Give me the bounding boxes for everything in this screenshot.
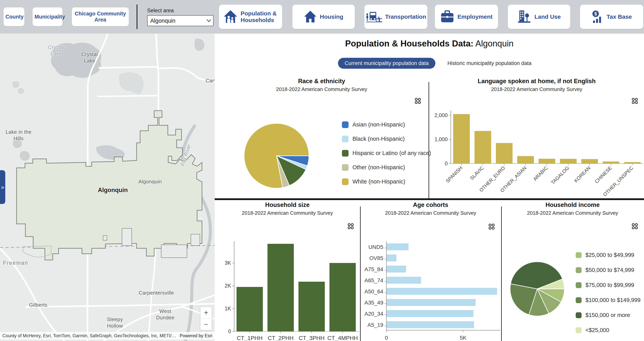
category-button-transportation[interactable]: Transportation [364, 5, 428, 29]
map-label-sleepy-hollow: Sleepy Hollow [100, 316, 130, 329]
bar-a5-19[interactable] [386, 321, 474, 328]
category-button-employment[interactable]: Employment [435, 5, 498, 29]
legend-item-150-000-or-more[interactable]: $150,000 or more [576, 308, 640, 323]
map-label-algonquin-area: Algonquin [98, 186, 128, 194]
category-button-tax-base[interactable]: $Tax Base [580, 5, 643, 29]
legend-item-25-000[interactable]: <$25,000 [576, 323, 640, 338]
chart-subtitle: 2018-2022 American Community Survey [429, 86, 644, 92]
race-pie-chart [243, 122, 310, 189]
bar-a65-74[interactable] [386, 277, 421, 284]
legend-item-asian-non-hispanic[interactable]: Asian (non-Hispanic) [342, 118, 431, 132]
bar-chinese[interactable] [603, 162, 619, 164]
bar-ct-2phh[interactable] [268, 244, 294, 332]
legend-item-100-000-to-149-999[interactable]: $100,000 to $149,999 [576, 292, 640, 308]
legend-item-75-000-to-99-999[interactable]: $75,000 to $99,999 [576, 278, 640, 292]
category-button-land-use[interactable]: Land Use [508, 5, 570, 29]
legend-item-white-non-hispanic[interactable]: White (non-Hispanic) [342, 174, 431, 189]
legend-swatch [342, 164, 348, 171]
svg-text:TAGALOG: TAGALOG [550, 165, 570, 186]
sidebar-expand-tab[interactable]: » [0, 170, 5, 204]
page-title: Population & Households Data: Algonquin [215, 39, 644, 48]
tab-current[interactable]: Current municipality population data [338, 58, 436, 69]
bar-a20-34[interactable] [386, 310, 474, 317]
area-type-buttons: CountyMunicipalityChicago Community Area [0, 8, 129, 26]
legend-label: Black (non-Hispanic) [352, 136, 405, 142]
bar-a75-84[interactable] [386, 266, 406, 272]
svg-text:A75_84: A75_84 [364, 266, 383, 272]
bar-und5[interactable] [386, 244, 408, 250]
map-label-gilberts: Gilberts [29, 302, 48, 308]
family-house-icon [224, 10, 238, 24]
chart-title: Language spoken at home, if not English [429, 78, 644, 85]
legend-swatch [576, 267, 582, 273]
bar-a35-49[interactable] [386, 299, 476, 306]
bar-korean[interactable] [581, 159, 598, 164]
bar-ct-4mphh[interactable] [330, 263, 356, 332]
bar-spanish[interactable] [453, 114, 470, 164]
legend-item-50-000-to-74-999[interactable]: $50,000 to $74,999 [576, 262, 640, 278]
briefcase-icon [440, 10, 454, 23]
select-area-block: Select area Algonquin [147, 8, 214, 26]
chart-options-icon[interactable] [347, 223, 354, 230]
transit-icon [366, 11, 382, 23]
map-label-crystal-lake-city: Crystal Lake [75, 51, 104, 64]
chart-options-icon[interactable] [632, 98, 638, 104]
chart-household-income: Household income 2018-2022 American Comm… [501, 201, 644, 341]
bar-slavic[interactable] [474, 131, 491, 164]
legend-item-hispanic-or-latino-of-any-race[interactable]: Hispanic or Latino (of any race) [342, 146, 431, 160]
income-legend: $25,000 to $49,999$50,000 to $74,999$75,… [576, 248, 640, 338]
chart-title: Household income [501, 202, 644, 208]
map-label-west-dundee: West Dundee [151, 308, 180, 321]
chart-age-cohorts: Age cohorts 2018-2022 American Community… [360, 201, 501, 341]
top-nav: CountyMunicipalityChicago Community Area… [0, 0, 644, 34]
legend-swatch [342, 150, 348, 156]
svg-text:$: $ [594, 11, 597, 16]
svg-text:A5_19: A5_19 [368, 322, 383, 328]
legend-swatch [342, 122, 348, 128]
nav-divider [136, 4, 138, 29]
bar-ov85[interactable] [386, 254, 396, 261]
svg-text:A50_64: A50_64 [364, 288, 383, 294]
bar-tagalog[interactable] [560, 159, 576, 164]
area-type-button-municipality[interactable]: Municipality [32, 8, 62, 26]
legend-swatch [342, 136, 348, 142]
area-type-button-chicago-community-area[interactable]: Chicago Community Area [72, 8, 129, 26]
house-icon [304, 10, 317, 23]
chart-race-ethnicity: Race & ethnicity 2018-2022 American Comm… [215, 74, 428, 199]
tab-historic[interactable]: Historic municipality population data [441, 58, 538, 69]
map-panel[interactable]: Crystal LakeCrystal LakeCaryLake in the … [0, 34, 215, 341]
powered-by-esri[interactable]: Powered by Esri [180, 333, 212, 338]
legend-item-other-non-hispanic[interactable]: Other (non-Hispanic) [342, 160, 431, 174]
map-zoom-in-button[interactable]: + [200, 307, 212, 318]
charts-panel: Population & Households Data: Algonquin … [215, 34, 644, 341]
category-button-housing[interactable]: Housing [292, 5, 355, 29]
chart-subtitle: 2018-2022 American Community Survey [215, 86, 428, 92]
bar-a50-64[interactable] [386, 288, 497, 295]
bar-other-asian[interactable] [517, 156, 534, 164]
bar-other-unspec[interactable] [624, 162, 641, 164]
chart-options-icon[interactable] [488, 223, 495, 230]
bar-ct-3phh[interactable] [298, 282, 325, 332]
chart-subtitle: 2018-2022 American Community Survey [501, 210, 644, 216]
area-type-button-county[interactable]: County [4, 8, 24, 26]
legend-swatch [576, 327, 582, 333]
map-label-crystal-lake-water: Crystal Lake [42, 44, 71, 56]
svg-text:1K: 1K [224, 306, 231, 312]
legend-label: Asian (non-Hispanic) [352, 122, 405, 128]
race-legend: Asian (non-Hispanic)Black (non-Hispanic)… [342, 118, 431, 189]
chart-options-icon[interactable] [632, 223, 638, 230]
category-button-population-households[interactable]: Population & Households [219, 5, 282, 29]
bar-arabic[interactable] [538, 159, 555, 164]
svg-text:CT_2PHH: CT_2PHH [268, 335, 294, 341]
legend-item-25-000-to-49-999[interactable]: $25,000 to $49,999 [576, 248, 640, 262]
map-zoom-out-button[interactable]: − [200, 318, 212, 330]
legend-label: $100,000 to $149,999 [586, 297, 640, 303]
bar-other-euro[interactable] [496, 143, 512, 164]
legend-label: $75,000 to $99,999 [586, 282, 634, 288]
area-select[interactable]: Algonquin [147, 15, 214, 26]
category-buttons: Population & HouseholdsHousingTransporta… [214, 5, 643, 29]
bar-ct-1phh[interactable] [236, 287, 263, 332]
chart-options-icon[interactable] [414, 98, 421, 104]
legend-item-black-non-hispanic[interactable]: Black (non-Hispanic) [342, 132, 431, 146]
double-chevron-right-icon: » [1, 184, 4, 190]
